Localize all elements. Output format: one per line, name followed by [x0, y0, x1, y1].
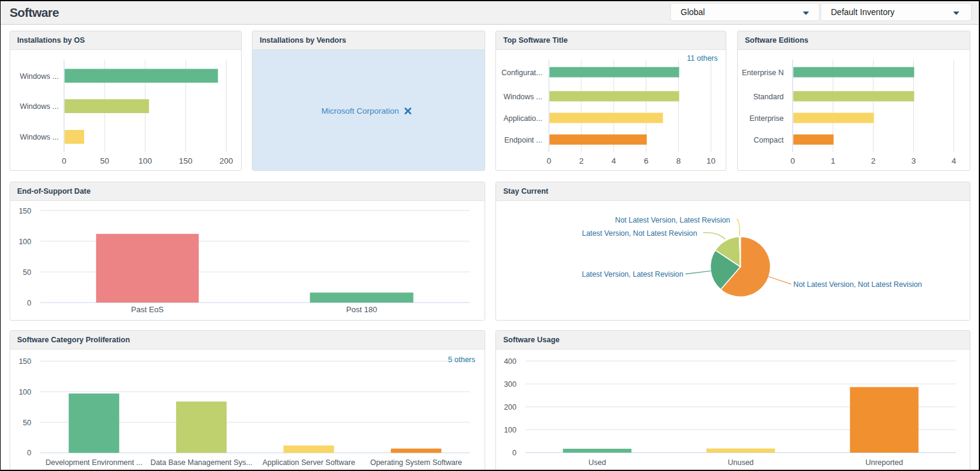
- svg-text:Past EoS: Past EoS: [131, 305, 164, 314]
- svg-text:0: 0: [791, 156, 795, 165]
- svg-text:50: 50: [23, 419, 31, 427]
- svg-text:0: 0: [61, 156, 66, 165]
- svg-text:0: 0: [27, 299, 31, 307]
- svg-text:Not Latest Version, Not Latest: Not Latest Version, Not Latest Revision: [794, 280, 922, 289]
- svg-text:200: 200: [504, 403, 516, 411]
- svg-text:Data Base Management Sys...: Data Base Management Sys...: [150, 458, 253, 467]
- svg-text:Configurat...: Configurat...: [501, 69, 542, 77]
- svg-text:150: 150: [179, 156, 192, 165]
- svg-text:Used: Used: [589, 458, 606, 467]
- svg-text:Operating System Software: Operating System Software: [370, 458, 462, 467]
- svg-text:Enterprise: Enterprise: [750, 114, 784, 123]
- svg-text:Post 180: Post 180: [346, 305, 376, 314]
- svg-text:2: 2: [579, 156, 584, 165]
- svg-text:100: 100: [19, 388, 31, 396]
- svg-text:Compact: Compact: [753, 136, 784, 144]
- svg-text:Windows ...: Windows ...: [19, 102, 58, 111]
- svg-text:100: 100: [19, 238, 31, 246]
- svg-text:Windows ...: Windows ...: [19, 72, 58, 81]
- svg-text:Endpoint ...: Endpoint ...: [504, 136, 542, 144]
- svg-text:200: 200: [219, 156, 233, 165]
- svg-text:0: 0: [512, 449, 516, 457]
- svg-text:Application Server Software: Application Server Software: [262, 458, 355, 467]
- svg-text:Unreported: Unreported: [865, 458, 903, 467]
- svg-text:5 others: 5 others: [448, 356, 475, 364]
- svg-text:Applicatio...: Applicatio...: [503, 114, 542, 123]
- svg-text:1: 1: [831, 156, 836, 165]
- svg-text:Latest Version, Not Latest Rev: Latest Version, Not Latest Revision: [582, 229, 697, 238]
- svg-text:400: 400: [504, 357, 516, 366]
- svg-text:0: 0: [547, 156, 551, 165]
- svg-text:Not Latest Version, Latest Rev: Not Latest Version, Latest Revision: [615, 216, 730, 224]
- svg-text:300: 300: [504, 380, 516, 389]
- svg-text:3: 3: [911, 156, 916, 165]
- svg-text:Enterprise N: Enterprise N: [742, 69, 783, 77]
- svg-text:6: 6: [644, 156, 649, 165]
- svg-text:50: 50: [100, 156, 109, 165]
- svg-text:Standard: Standard: [753, 93, 784, 101]
- svg-text:10: 10: [706, 156, 715, 165]
- svg-text:8: 8: [676, 156, 681, 165]
- svg-text:2: 2: [871, 156, 876, 165]
- svg-text:Windows ...: Windows ...: [19, 133, 58, 141]
- svg-text:Latest Version, Latest Revisio: Latest Version, Latest Revision: [582, 270, 684, 279]
- svg-text:4: 4: [611, 156, 616, 165]
- svg-text:Windows ...: Windows ...: [503, 93, 542, 101]
- svg-text:150: 150: [19, 357, 31, 366]
- svg-text:11 others: 11 others: [687, 54, 718, 63]
- svg-text:100: 100: [504, 426, 516, 434]
- svg-text:Unused: Unused: [727, 458, 753, 467]
- svg-text:50: 50: [23, 268, 31, 277]
- svg-text:Development Environment ...: Development Environment ...: [45, 458, 142, 467]
- svg-text:100: 100: [138, 156, 152, 165]
- svg-text:4: 4: [952, 156, 957, 165]
- svg-text:0: 0: [27, 449, 31, 457]
- svg-text:150: 150: [19, 207, 31, 215]
